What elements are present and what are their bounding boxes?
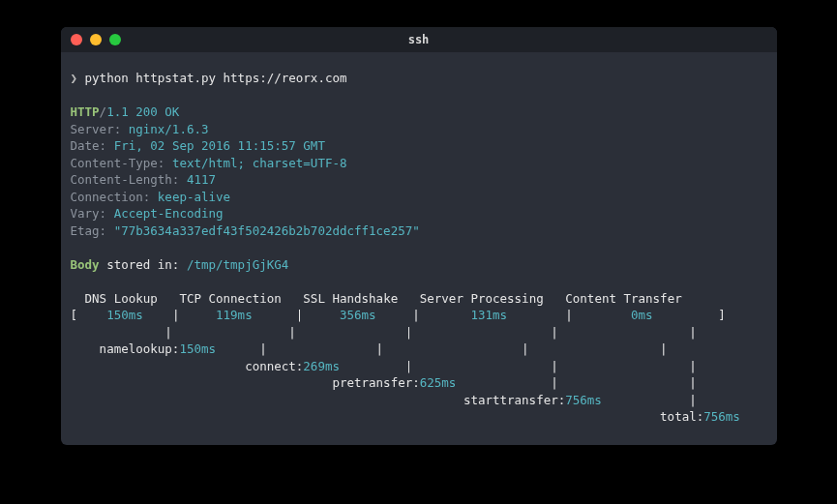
waterfall-row: starttransfer:756ms | [71,393,697,407]
timing-header-row: DNS Lookup TCP Connection SSL Handshake … [71,291,682,306]
header-value: 4117 [187,172,216,187]
waterfall-row: | | | | | [71,325,697,340]
header-value: text/html; charset=UTF-8 [172,156,347,170]
prompt-symbol: ❯ [71,71,78,85]
header-value: nginx/1.6.3 [129,122,209,136]
header-value: "77b3634a337edf43f502426b2b702ddcff1ce25… [114,223,420,238]
terminal-window: ssh ❯ python httpstat.py https://reorx.c… [61,27,777,445]
waterfall-row: connect:269ms | | | [71,359,697,373]
protocol: HTTP [71,104,100,119]
waterfall-row: pretransfer:625ms | | [71,375,697,390]
waterfall-row: total:756ms [71,409,740,424]
body-path: /tmp/tmpjGjKG4 [187,257,288,272]
body-text: stored in: [106,257,187,272]
slash: / [100,104,107,119]
status-line: 1.1 200 OK [106,104,179,119]
header-name: Vary [71,206,100,221]
header-name: Etag [71,223,100,238]
header-name: Server [71,122,114,136]
titlebar: ssh [61,27,777,52]
header-value: Fri, 02 Sep 2016 11:15:57 GMT [114,138,325,153]
header-name: Date [71,138,100,153]
body-label: Body [71,257,100,272]
timing-values-row: [ 150ms | 119ms | 356ms | 131ms | 0ms ] [71,308,726,322]
header-name: Connection [71,190,143,204]
window-title: ssh [61,33,777,46]
header-value: keep-alive [158,190,230,204]
waterfall-row: namelookup:150ms | | | | [71,341,668,356]
command-text: python httpstat.py https://reorx.com [85,71,347,85]
header-name: Content-Length [71,172,172,187]
header-value: Accept-Encoding [114,206,224,221]
header-name: Content-Type [71,156,158,170]
terminal-body[interactable]: ❯ python httpstat.py https://reorx.com H… [61,52,777,445]
